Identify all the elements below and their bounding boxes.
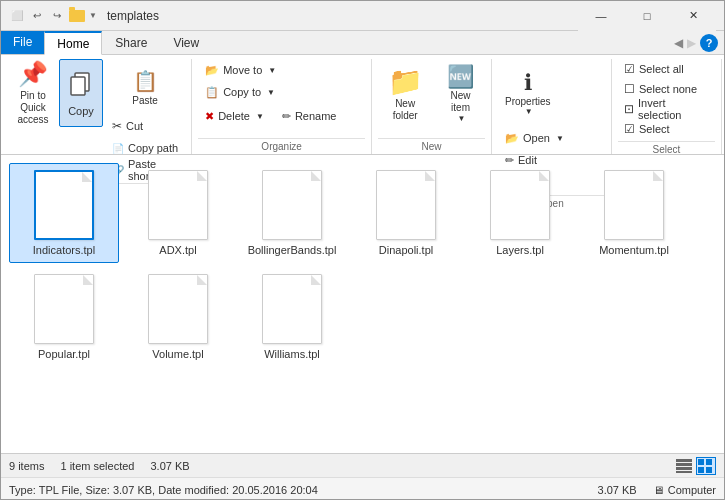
svg-rect-1 xyxy=(71,77,85,95)
item-count: 9 items xyxy=(9,460,44,472)
file-icon xyxy=(148,170,208,240)
new-label: New xyxy=(378,138,485,154)
properties-button[interactable]: ℹ Properties ▼ xyxy=(498,59,558,127)
tab-share[interactable]: Share xyxy=(102,31,160,54)
open-button[interactable]: 📂 Open ▼ xyxy=(498,127,571,149)
computer-icon: 🖥 xyxy=(653,484,664,496)
copy-path-label: Copy path xyxy=(128,142,178,154)
copy-path-button[interactable]: 📄 Copy path xyxy=(105,137,185,159)
paste-label: Paste xyxy=(132,95,158,106)
svg-rect-7 xyxy=(706,459,712,465)
file-item[interactable]: BollingerBands.tpl xyxy=(237,163,347,263)
ribbon-tabs: File Home Share View ◀ ▶ ? xyxy=(1,31,724,55)
svg-rect-6 xyxy=(698,459,704,465)
properties-arrow: ▼ xyxy=(525,107,533,116)
tab-view[interactable]: View xyxy=(160,31,212,54)
new-item-button[interactable]: 🆕 New item ▼ xyxy=(436,59,485,127)
file-icon xyxy=(34,274,94,344)
properties-label: Properties xyxy=(505,96,551,107)
file-label: Volume.tpl xyxy=(152,348,203,360)
file-icon xyxy=(34,170,94,240)
file-item[interactable]: Popular.tpl xyxy=(9,267,119,367)
back-nav-icon[interactable]: ◀ xyxy=(674,36,683,50)
details-view-icon[interactable] xyxy=(674,457,694,475)
cut-button[interactable]: ✂ Cut xyxy=(105,115,185,137)
folder-icon xyxy=(69,10,85,22)
select-group: ☑ Select all ☐ Select none ⊡ Invert sele… xyxy=(612,59,722,154)
new-item-icon: 🆕 xyxy=(447,64,474,90)
file-item[interactable]: Layers.tpl xyxy=(465,163,575,263)
redo-icon: ↪ xyxy=(49,8,65,24)
move-to-button[interactable]: 📂 Move to ▼ xyxy=(198,59,283,81)
tpl-file-icon xyxy=(148,170,208,240)
select-all-icon: ☑ xyxy=(624,62,635,76)
copy-to-button[interactable]: 📋 Copy to ▼ xyxy=(198,81,282,103)
maximize-button[interactable]: □ xyxy=(624,1,670,31)
select-all-button[interactable]: ☑ Select all xyxy=(618,59,690,79)
file-item[interactable]: Momentum.tpl xyxy=(579,163,689,263)
select-all-label: Select all xyxy=(639,63,684,75)
delete-rename-row: ✖ Delete ▼ ✏ Rename xyxy=(198,105,343,127)
file-item[interactable]: Williams.tpl xyxy=(237,267,347,367)
tpl-file-icon xyxy=(604,170,664,240)
selected-count: 1 item selected xyxy=(60,460,134,472)
info-bar-right: 3.07 KB 🖥 Computer xyxy=(598,484,716,496)
close-button[interactable]: ✕ xyxy=(670,1,716,31)
select-none-icon: ☐ xyxy=(624,82,635,96)
file-label: BollingerBands.tpl xyxy=(248,244,337,256)
invert-label: Invert selection xyxy=(638,97,709,121)
tpl-file-icon xyxy=(262,170,322,240)
nav-arrows: ▼ xyxy=(89,11,97,20)
view-icons xyxy=(674,457,716,475)
file-item[interactable]: Dinapoli.tpl xyxy=(351,163,461,263)
select-button[interactable]: ☑ Select xyxy=(618,119,676,139)
move-to-arrow: ▼ xyxy=(268,66,276,75)
pin-label: Pin to Quickaccess xyxy=(16,90,50,126)
copy-to-arrow: ▼ xyxy=(267,88,275,97)
large-icons-view-icon[interactable] xyxy=(696,457,716,475)
forward-nav-icon[interactable]: ▶ xyxy=(687,36,696,50)
invert-selection-button[interactable]: ⊡ Invert selection xyxy=(618,99,715,119)
copy-label: Copy xyxy=(68,105,94,117)
rename-icon: ✏ xyxy=(282,110,291,123)
file-label: Indicators.tpl xyxy=(33,244,95,256)
copy-to-icon: 📋 xyxy=(205,86,219,99)
title-controls: — □ ✕ xyxy=(578,1,716,31)
cut-label: Cut xyxy=(126,120,143,132)
file-item[interactable]: Volume.tpl xyxy=(123,267,233,367)
rename-button[interactable]: ✏ Rename xyxy=(275,105,344,127)
quick-access-icon: ⬜ xyxy=(9,8,25,24)
copy-to-label: Copy to xyxy=(223,86,261,98)
new-folder-button[interactable]: 📁 New folder xyxy=(378,59,432,127)
file-label: ADX.tpl xyxy=(159,244,196,256)
new-group: 📁 New folder 🆕 New item ▼ New xyxy=(372,59,492,154)
file-label: Layers.tpl xyxy=(496,244,544,256)
copy-button[interactable]: Copy xyxy=(59,59,103,127)
file-size-display: 3.07 KB xyxy=(598,484,637,496)
help-icon[interactable]: ? xyxy=(700,34,718,52)
select-none-button[interactable]: ☐ Select none xyxy=(618,79,703,99)
tab-file[interactable]: File xyxy=(1,31,44,54)
new-folder-icon: 📁 xyxy=(388,65,423,98)
properties-icon: ℹ xyxy=(524,70,532,96)
move-to-icon: 📂 xyxy=(205,64,219,77)
file-icon xyxy=(262,170,322,240)
new-content: 📁 New folder 🆕 New item ▼ xyxy=(378,59,485,136)
open-group: ℹ Properties ▼ 📂 Open ▼ ✏ Edit 🕐 Open xyxy=(492,59,612,154)
pin-quick-access-button[interactable]: 📌 Pin to Quickaccess xyxy=(9,59,57,127)
select-label: Select xyxy=(618,141,715,157)
organize-content: 📂 Move to ▼ 📋 Copy to ▼ ✖ Delete ▼ ✏ Ren… xyxy=(198,59,365,136)
file-icon xyxy=(376,170,436,240)
rename-label: Rename xyxy=(295,110,337,122)
new-item-label: New item xyxy=(443,90,478,114)
copy-icon xyxy=(67,69,95,103)
computer-section: 🖥 Computer xyxy=(653,484,716,496)
tab-home[interactable]: Home xyxy=(44,31,102,55)
file-item[interactable]: Indicators.tpl xyxy=(9,163,119,263)
file-item[interactable]: ADX.tpl xyxy=(123,163,233,263)
paste-button[interactable]: 📋 Paste xyxy=(105,59,185,115)
cut-icon: ✂ xyxy=(112,119,122,133)
minimize-button[interactable]: — xyxy=(578,1,624,31)
delete-button[interactable]: ✖ Delete ▼ xyxy=(198,105,271,127)
open-icon: 📂 xyxy=(505,132,519,145)
